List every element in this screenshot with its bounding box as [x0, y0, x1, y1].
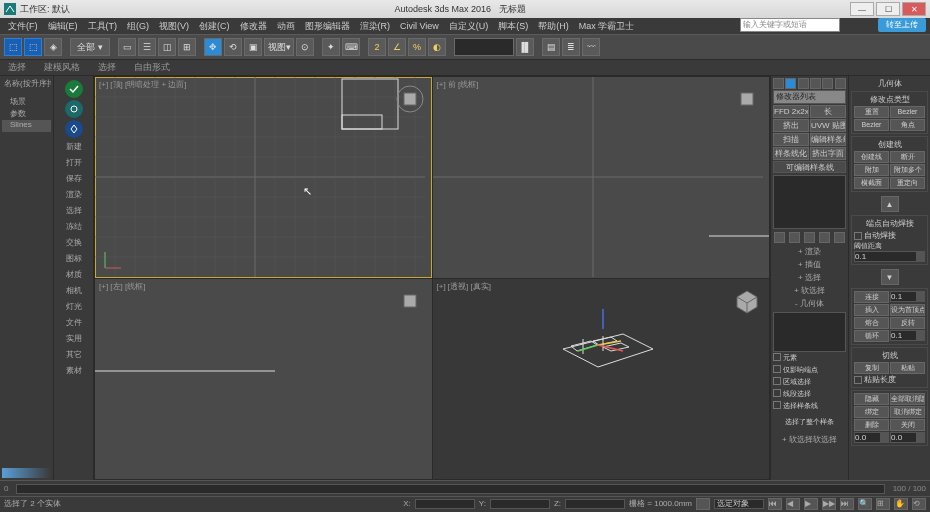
menu-item[interactable]: 工具(T): [84, 20, 122, 33]
search-input[interactable]: 输入关键字或短语: [740, 18, 840, 32]
stack-btn[interactable]: [834, 232, 845, 243]
timeline[interactable]: 0 100 / 100: [0, 480, 930, 496]
tool-select-link[interactable]: ⬚: [4, 38, 22, 56]
btn[interactable]: 附加多个: [890, 164, 925, 176]
viewcube[interactable]: [396, 287, 424, 315]
mod-btn[interactable]: FFD 2x2x2: [773, 105, 809, 118]
maximize-button[interactable]: ☐: [876, 2, 900, 16]
btn[interactable]: 断开: [890, 151, 925, 163]
modifier-stack[interactable]: 可编辑样条线: [773, 161, 846, 173]
tree-item[interactable]: 参数: [2, 108, 51, 120]
play-end[interactable]: ⏭: [840, 498, 854, 510]
menu-item[interactable]: 图形编辑器: [301, 20, 354, 33]
menu-item[interactable]: 自定义(U): [445, 20, 493, 33]
side-tool[interactable]: 素材: [58, 364, 90, 378]
cmd-tab-utilities[interactable]: [835, 78, 846, 89]
time-slider[interactable]: [16, 484, 884, 494]
plugin-icon[interactable]: [65, 80, 83, 98]
checkbox-label[interactable]: 粘贴长度: [864, 374, 896, 385]
tool-select[interactable]: ▭: [118, 38, 136, 56]
tool-pivot[interactable]: ⊙: [296, 38, 314, 56]
mod-btn[interactable]: 挤出: [773, 119, 809, 132]
mod-btn[interactable]: 挤出字面: [810, 147, 846, 160]
tool-window-crossing[interactable]: ⊞: [178, 38, 196, 56]
nav-zoom[interactable]: 🔍: [858, 498, 872, 510]
mod-btn[interactable]: UVW 贴图: [810, 119, 846, 132]
tool-select-region[interactable]: ◫: [158, 38, 176, 56]
rollout[interactable]: + 软选择软选择: [773, 434, 846, 446]
expand-icon[interactable]: ▼: [881, 269, 899, 285]
menu-item[interactable]: 编辑(E): [44, 20, 82, 33]
side-tool[interactable]: 冻结: [58, 220, 90, 234]
tool-snap2[interactable]: 2: [368, 38, 386, 56]
tree-item[interactable]: Slines: [2, 120, 51, 132]
btn[interactable]: 隐藏: [854, 393, 889, 405]
rollout[interactable]: + 渲染: [773, 246, 846, 258]
play-prev[interactable]: ⏮: [768, 498, 782, 510]
side-tool[interactable]: 文件: [58, 316, 90, 330]
btn[interactable]: 全部取消隐藏: [890, 393, 925, 405]
menu-item[interactable]: 帮助(H): [534, 20, 573, 33]
ribbon-tab[interactable]: 建模风格: [40, 61, 84, 74]
cmd-tab-motion[interactable]: [810, 78, 821, 89]
btn[interactable]: 设为首顶点: [890, 304, 925, 316]
cmd-tab-display[interactable]: [822, 78, 833, 89]
btn[interactable]: 插入: [854, 304, 889, 316]
tool-scale[interactable]: ▣: [244, 38, 262, 56]
stack-btn[interactable]: [804, 232, 815, 243]
btn[interactable]: 循环: [854, 330, 889, 342]
ribbon-tab[interactable]: 选择: [94, 61, 120, 74]
play[interactable]: ▶: [804, 498, 818, 510]
btn[interactable]: 反转: [890, 317, 925, 329]
spinner[interactable]: 0.1: [890, 330, 925, 341]
btn[interactable]: 连接: [854, 291, 889, 303]
menu-item[interactable]: Max 学霸卫士: [575, 20, 639, 33]
tool-bind[interactable]: ◈: [44, 38, 62, 56]
tool-curve-editor[interactable]: 〰: [582, 38, 600, 56]
stack-btn[interactable]: [789, 232, 800, 243]
coord-z[interactable]: [565, 499, 625, 509]
tool-layers[interactable]: ≣: [562, 38, 580, 56]
rollout[interactable]: + 选择: [773, 272, 846, 284]
viewport-top[interactable]: [+] [顶] [明暗处理 + 边面] ↖: [95, 77, 432, 278]
btn[interactable]: 重置: [854, 106, 889, 118]
cmd-tab-create[interactable]: [773, 78, 784, 89]
menu-item[interactable]: 创建(C): [195, 20, 234, 33]
side-tool[interactable]: 相机: [58, 284, 90, 298]
selection-filter[interactable]: 全部 ▾: [70, 38, 110, 56]
tool-named-sel[interactable]: [454, 38, 514, 56]
spinner[interactable]: 0.0: [854, 432, 889, 443]
side-tool[interactable]: 新建: [58, 140, 90, 154]
viewport-label[interactable]: [+] [透视] [真实]: [437, 281, 491, 292]
side-tool[interactable]: 交换: [58, 236, 90, 250]
rollout[interactable]: + 插值: [773, 259, 846, 271]
nav-orbit[interactable]: ⟲: [912, 498, 926, 510]
checkbox-label[interactable]: 元素: [783, 353, 797, 364]
tree-item[interactable]: 场景: [2, 96, 51, 108]
rollout[interactable]: + 软选择: [773, 285, 846, 297]
tool-keyboard[interactable]: ⌨: [342, 38, 360, 56]
side-tool[interactable]: 实用: [58, 332, 90, 346]
viewport-perspective[interactable]: [+] [透视] [真实]: [433, 279, 770, 480]
btn[interactable]: 复制: [854, 362, 889, 374]
checkbox-label[interactable]: 自动焊接: [864, 230, 896, 241]
side-tool[interactable]: 图标: [58, 252, 90, 266]
menu-item[interactable]: Civil View: [396, 21, 443, 31]
tool-move[interactable]: ✥: [204, 38, 222, 56]
btn[interactable]: 关闭: [890, 419, 925, 431]
cmd-tab-hierarchy[interactable]: [798, 78, 809, 89]
modifier-stack-area[interactable]: [773, 175, 846, 229]
btn[interactable]: 创建线: [854, 151, 889, 163]
btn[interactable]: 取消绑定: [890, 406, 925, 418]
mod-btn[interactable]: 样条线化: [773, 147, 809, 160]
btn[interactable]: 附加: [854, 164, 889, 176]
nav-pan[interactable]: ✋: [894, 498, 908, 510]
btn[interactable]: 重定向: [890, 177, 925, 189]
rollout[interactable]: - 几何体: [773, 298, 846, 310]
autokey-button[interactable]: [696, 498, 710, 510]
ribbon-tab[interactable]: 选择: [4, 61, 30, 74]
checkbox-label[interactable]: 仅影响端点: [783, 365, 818, 376]
btn[interactable]: 角点: [890, 119, 925, 131]
expand-icon[interactable]: ▲: [881, 196, 899, 212]
plugin-icon[interactable]: [65, 100, 83, 118]
